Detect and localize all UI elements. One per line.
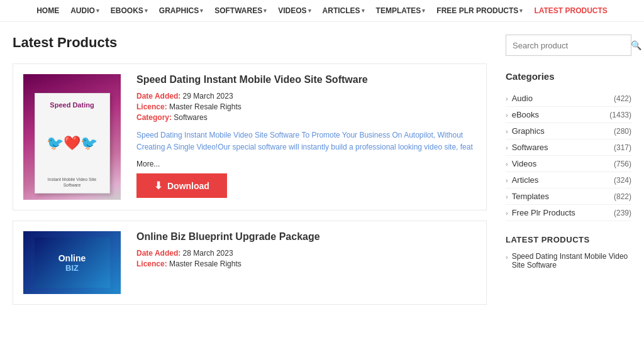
category-item-left: › Audio — [506, 94, 533, 103]
product-date: Date Added: 28 March 2023 — [136, 249, 476, 258]
search-button[interactable]: 🔍 — [625, 35, 644, 55]
product-box: Online BIZ — [35, 237, 110, 288]
product-box: Speed Dating 🐦❤️🐦 Instant Mobile Video S… — [35, 93, 110, 194]
main-content: Latest Products Speed Dating 🐦❤️🐦 Instan… — [13, 35, 487, 315]
category-label: Graphics — [512, 126, 545, 136]
latest-product-item[interactable]: › Speed Dating Instant Mobile Video Site… — [506, 252, 631, 270]
navigation: HOMEAUDIO ▾EBOOKS ▾GRAPHICS ▾SOFTWARES ▾… — [0, 0, 644, 22]
nav-item-latest-products[interactable]: LATEST PRODUCTS — [534, 6, 607, 15]
chevron-down-icon: ▾ — [519, 8, 523, 14]
category-item-left: › Free Plr Products — [506, 208, 575, 217]
category-item[interactable]: › Softwares (317) — [506, 139, 631, 156]
product-info: Speed Dating Instant Mobile Video Site S… — [136, 74, 476, 200]
product-list: Speed Dating 🐦❤️🐦 Instant Mobile Video S… — [13, 63, 487, 305]
product-card: Online BIZ Online Biz Blueprint Upgrade … — [13, 221, 487, 305]
latest-product-label: Speed Dating Instant Mobile Video Site S… — [512, 252, 631, 270]
category-label: Softwares — [512, 143, 548, 152]
product-title: Speed Dating Instant Mobile Video Site S… — [136, 74, 476, 85]
date-label: Date Added: — [136, 92, 180, 101]
download-button[interactable]: ⬇ Download — [136, 173, 227, 198]
category-label: Free Plr Products — [512, 208, 575, 217]
category-count: (1433) — [609, 111, 631, 119]
page-title: Latest Products — [13, 35, 487, 51]
product-description: Speed Dating Instant Mobile Video Site S… — [136, 129, 476, 153]
latest-products-list: › Speed Dating Instant Mobile Video Site… — [506, 252, 631, 270]
categories-title: Categories — [506, 71, 631, 82]
more-link[interactable]: More... — [136, 160, 476, 168]
product-date: Date Added: 29 March 2023 — [136, 92, 476, 101]
product-box-subtitle: BIZ — [65, 263, 79, 273]
product-meta: Date Added: 28 March 2023Licence: Master… — [136, 249, 476, 268]
licence-label: Licence: — [136, 259, 167, 268]
category-count: (422) — [614, 94, 631, 103]
nav-item-softwares[interactable]: SOFTWARES ▾ — [214, 6, 267, 15]
category-item-left: › Softwares — [506, 143, 548, 152]
category-label: Articles — [512, 175, 539, 185]
category-item-left: › eBooks — [506, 110, 539, 119]
chevron-right-icon: › — [506, 193, 508, 200]
chevron-down-icon: ▾ — [422, 8, 425, 14]
nav-item-graphics[interactable]: GRAPHICS ▾ — [159, 6, 203, 15]
category-count: (756) — [614, 160, 631, 168]
chevron-down-icon: ▾ — [200, 8, 203, 14]
category-item[interactable]: › Audio (422) — [506, 90, 631, 107]
category-list: › Audio (422) › eBooks (1433) › Graphics… — [506, 90, 631, 221]
product-title: Online Biz Blueprint Upgrade Package — [136, 231, 476, 243]
category-count: (280) — [614, 127, 631, 136]
nav-item-home[interactable]: HOME — [36, 6, 59, 15]
categories-section: Categories › Audio (422) › eBooks (1433)… — [506, 71, 631, 221]
nav-item-ebooks[interactable]: EBOOKS ▾ — [111, 6, 148, 15]
product-meta: Date Added: 29 March 2023Licence: Master… — [136, 92, 476, 122]
category-label: Category: — [136, 113, 172, 122]
download-label: Download — [167, 181, 209, 191]
category-label: Templates — [512, 192, 549, 201]
category-item[interactable]: › Articles (324) — [506, 172, 631, 188]
product-licence: Licence: Master Resale Rights — [136, 259, 476, 268]
birds-illustration: 🐦❤️🐦 — [47, 109, 97, 177]
product-category: Category: Softwares — [136, 113, 476, 122]
search-box: 🔍 — [506, 35, 631, 56]
category-item[interactable]: › eBooks (1433) — [506, 107, 631, 123]
category-item[interactable]: › Videos (756) — [506, 156, 631, 172]
chevron-right-icon: › — [506, 128, 508, 135]
latest-products-section: LATEST PRODUCTS › Speed Dating Instant M… — [506, 235, 631, 270]
category-item[interactable]: › Templates (822) — [506, 188, 631, 205]
category-item-left: › Articles — [506, 175, 538, 185]
category-label: Videos — [512, 159, 537, 168]
date-value: 29 March 2023 — [183, 92, 233, 101]
category-value: Softwares — [174, 113, 207, 122]
chevron-right-icon: › — [506, 160, 508, 168]
chevron-down-icon: ▾ — [362, 8, 365, 14]
product-image: Online BIZ — [23, 231, 121, 294]
nav-item-free-plr-products[interactable]: FREE PLR PRODUCTS ▾ — [436, 6, 523, 15]
category-item-left: › Templates — [506, 192, 549, 201]
product-box-title: Online — [58, 253, 86, 263]
category-item-left: › Graphics — [506, 126, 545, 136]
product-image-wrapper: Speed Dating 🐦❤️🐦 Instant Mobile Video S… — [23, 74, 124, 200]
category-count: (317) — [614, 143, 631, 152]
product-info: Online Biz Blueprint Upgrade Package Dat… — [136, 231, 476, 294]
licence-label: Licence: — [136, 102, 167, 111]
nav-item-videos[interactable]: VIDEOS ▾ — [278, 6, 311, 15]
chevron-right-icon: › — [506, 95, 508, 102]
product-image: Speed Dating 🐦❤️🐦 Instant Mobile Video S… — [23, 74, 121, 200]
category-label: Audio — [512, 94, 533, 103]
category-item[interactable]: › Graphics (280) — [506, 123, 631, 139]
search-input[interactable] — [506, 36, 625, 55]
date-value: 28 March 2023 — [183, 249, 233, 258]
category-count: (822) — [614, 192, 631, 201]
chevron-right-icon: › — [506, 177, 508, 184]
download-icon: ⬇ — [154, 180, 162, 192]
category-count: (324) — [614, 176, 631, 185]
product-licence: Licence: Master Resale Rights — [136, 102, 476, 111]
chevron-down-icon: ▾ — [145, 8, 148, 14]
category-item[interactable]: › Free Plr Products (239) — [506, 205, 631, 221]
nav-item-templates[interactable]: TEMPLATES ▾ — [376, 6, 426, 15]
nav-item-articles[interactable]: ARTICLES ▾ — [323, 6, 365, 15]
nav-item-audio[interactable]: AUDIO ▾ — [70, 6, 99, 15]
product-box-footer: Instant Mobile Video Site Software — [40, 177, 104, 188]
chevron-down-icon: ▾ — [96, 8, 99, 14]
product-box-title: Speed Dating — [50, 101, 94, 109]
date-label: Date Added: — [136, 249, 180, 258]
category-item-left: › Videos — [506, 159, 536, 168]
